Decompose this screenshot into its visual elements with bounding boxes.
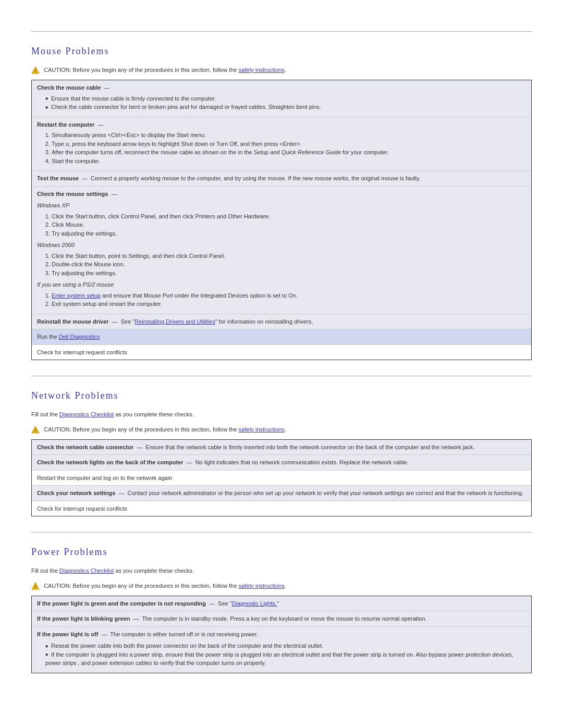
reinstall-driver-text: See "Reinstalling Drivers and Utilities"… bbox=[121, 318, 313, 325]
network-problems-title: Network Problems bbox=[31, 389, 532, 403]
power-light-off-row: If the power light is off — The computer… bbox=[32, 627, 531, 673]
test-mouse-row: Test the mouse — Connect a properly work… bbox=[32, 171, 531, 187]
check-network-settings-label: Check your network settings bbox=[37, 490, 115, 496]
power-table: If the power light is green and the comp… bbox=[31, 596, 532, 673]
top-divider bbox=[31, 31, 532, 32]
svg-text:!: ! bbox=[35, 68, 36, 73]
windows-xp-label: Windows XP bbox=[37, 201, 526, 210]
reinstall-driver-label: Reinstall the mouse driver bbox=[37, 318, 109, 325]
check-network-settings-row: Check your network settings — Contact yo… bbox=[32, 486, 531, 501]
restart-step-4: Start the computer. bbox=[52, 157, 526, 166]
wxp-step-1: Click the Start button, click Control Pa… bbox=[52, 212, 526, 221]
power-safety-link[interactable]: safety instructions bbox=[239, 583, 285, 589]
ps2-step-2: Exit system setup and restart the comput… bbox=[52, 300, 526, 309]
run-dell-diagnostics-row[interactable]: Run the Dell Diagnostics bbox=[32, 329, 531, 345]
restart-step-2: Type u, press the keyboard arrow keys to… bbox=[52, 140, 526, 149]
power-caution: ! CAUTION: Before you begin any of the p… bbox=[31, 582, 532, 590]
reinstall-mouse-driver-row: Reinstall the mouse driver — See "Reinst… bbox=[32, 314, 531, 330]
power-light-off-intro: The computer is either turned off or is … bbox=[110, 631, 258, 637]
windows-2000-list: Click the Start button, point to Setting… bbox=[52, 252, 526, 278]
restart-step-1: Simultaneously press <Ctrl><Esc> to disp… bbox=[52, 131, 526, 140]
check-interrupt-network-text: Check for interrupt request conflicts bbox=[37, 505, 127, 512]
mouse-safety-link[interactable]: safety instructions bbox=[239, 67, 285, 73]
w2k-step-1: Click the Start button, point to Setting… bbox=[52, 252, 526, 261]
power-bullet-1: Reseat the power cable into both the pow… bbox=[45, 641, 526, 650]
power-caution-icon: ! bbox=[31, 582, 40, 590]
power-light-green-row: If the power light is green and the comp… bbox=[32, 596, 531, 612]
mouse-caution-prefix: CAUTION: Before you begin any of the pro… bbox=[44, 67, 237, 73]
power-intro-prefix: Fill out the bbox=[31, 567, 58, 574]
power-light-blinking-text: The computer is in standby mode. Press a… bbox=[142, 615, 426, 622]
power-light-green-label: If the power light is green and the comp… bbox=[37, 600, 206, 607]
power-caution-prefix: CAUTION: Before you begin any of the pro… bbox=[44, 583, 237, 589]
power-diagnostics-checklist-link[interactable]: Diagnostics Checklist bbox=[59, 567, 114, 574]
power-problems-title: Power Problems bbox=[31, 545, 532, 559]
network-diagnostics-checklist-link[interactable]: Diagnostics Checklist bbox=[59, 411, 114, 417]
ps2-step-1: Enter system setup and ensure that Mouse… bbox=[52, 291, 526, 300]
mouse-cable-bullets: Ensure that the mouse cable is firmly co… bbox=[45, 94, 526, 112]
test-mouse-text: Connect a properly working mouse to the … bbox=[91, 175, 421, 181]
power-light-blinking-label: If the power light is blinking green bbox=[37, 615, 130, 622]
power-light-blinking-row: If the power light is blinking green — T… bbox=[32, 611, 531, 627]
wxp-step-2: Click Mouse. bbox=[52, 220, 526, 229]
check-interrupt-mouse-row: Check for interrupt request conflicts bbox=[32, 345, 531, 360]
check-network-lights-label: Check the network lights on the back of … bbox=[37, 459, 183, 465]
mouse-caution: ! CAUTION: Before you begin any of the p… bbox=[31, 66, 532, 75]
network-divider bbox=[31, 376, 532, 376]
network-caution-prefix: CAUTION: Before you begin any of the pro… bbox=[44, 426, 237, 433]
network-table: Check the network cable connector — Ensu… bbox=[31, 439, 532, 517]
check-interrupt-mouse-text: Check for interrupt request conflicts bbox=[37, 349, 127, 355]
check-interrupt-network-row: Check for interrupt request conflicts bbox=[32, 501, 531, 516]
diagnostic-lights-link[interactable]: Diagnostic Lights. bbox=[232, 600, 277, 607]
svg-text:!: ! bbox=[35, 584, 36, 589]
mouse-table: Check the mouse cable — Ensure that the … bbox=[31, 80, 532, 360]
ps2-label: If you are using a PS/2 mouse bbox=[37, 280, 526, 289]
restart-computer-list: Simultaneously press <Ctrl><Esc> to disp… bbox=[52, 131, 526, 165]
windows-2000-label: Windows 2000 bbox=[37, 241, 526, 250]
restart-network-text: Restart the computer and log on to the n… bbox=[37, 475, 172, 481]
mouse-cable-bullet-1: Ensure that the mouse cable is firmly co… bbox=[45, 94, 526, 103]
enter-system-setup-link[interactable]: Enter system setup bbox=[52, 292, 101, 299]
check-mouse-settings-label: Check the mouse settings bbox=[37, 191, 108, 197]
dell-diagnostics-link[interactable]: Dell Diagnostics bbox=[59, 334, 100, 340]
caution-icon: ! bbox=[31, 66, 40, 75]
check-network-cable-text: Ensure that the network cable is firmly … bbox=[145, 444, 474, 450]
check-network-settings-text: Contact your network administrator or th… bbox=[128, 490, 523, 496]
run-dell-diagnostics-prefix: Run the bbox=[37, 334, 59, 340]
w2k-step-3: Try adjusting the settings. bbox=[52, 269, 526, 278]
check-network-lights-text: No light indicates that no network commu… bbox=[195, 459, 409, 465]
reinstalling-drivers-link[interactable]: Reinstalling Drivers and Utilities bbox=[134, 318, 215, 325]
mouse-cable-bullet-2: Check the cable connector for bent or br… bbox=[45, 103, 526, 112]
restart-computer-label: Restart the computer bbox=[37, 121, 95, 128]
ps2-list: Enter system setup and ensure that Mouse… bbox=[52, 291, 526, 309]
restart-computer-row: Restart the computer — Simultaneously pr… bbox=[32, 117, 531, 171]
wxp-step-3: Try adjusting the settings. bbox=[52, 229, 526, 238]
power-light-off-bullets: Reseat the power cable into both the pow… bbox=[45, 641, 526, 668]
mouse-settings-content: Windows XP Click the Start button, click… bbox=[37, 201, 526, 309]
check-mouse-cable-row: Check the mouse cable — Ensure that the … bbox=[32, 80, 531, 117]
check-network-cable-row: Check the network cable connector — Ensu… bbox=[32, 440, 531, 455]
windows-xp-list: Click the Start button, click Control Pa… bbox=[52, 212, 526, 238]
power-intro: Fill out the Diagnostics Checklist as yo… bbox=[31, 566, 532, 575]
power-light-off-label: If the power light is off bbox=[37, 631, 98, 637]
network-intro-suffix: as you complete these checks. bbox=[115, 411, 193, 417]
svg-text:!: ! bbox=[35, 428, 36, 433]
power-light-green-text: See "Diagnostic Lights." bbox=[218, 600, 279, 607]
restart-step-3: After the computer turns off, reconnect … bbox=[52, 148, 526, 157]
check-mouse-cable-label: Check the mouse cable bbox=[37, 84, 101, 91]
network-intro: Fill out the Diagnostics Checklist as yo… bbox=[31, 410, 532, 419]
check-mouse-settings-row: Check the mouse settings — Windows XP Cl… bbox=[32, 187, 531, 314]
network-caution: ! CAUTION: Before you begin any of the p… bbox=[31, 425, 532, 434]
check-network-lights-row: Check the network lights on the back of … bbox=[32, 455, 531, 471]
mouse-problems-title: Mouse Problems bbox=[31, 44, 532, 58]
power-divider bbox=[31, 532, 532, 533]
network-problems-section: Network Problems Fill out the Diagnostic… bbox=[31, 376, 532, 516]
mouse-problems-section: Mouse Problems ! CAUTION: Before you beg… bbox=[31, 31, 532, 360]
power-bullet-2: If the computer is plugged into a power … bbox=[45, 650, 526, 668]
check-network-cable-label: Check the network cable connector bbox=[37, 444, 133, 450]
power-intro-suffix: as you complete these checks. bbox=[115, 567, 193, 574]
network-safety-link[interactable]: safety instructions bbox=[239, 426, 285, 433]
w2k-step-2: Double-click the Mouse icon. bbox=[52, 260, 526, 269]
test-mouse-label: Test the mouse bbox=[37, 175, 79, 181]
power-problems-section: Power Problems Fill out the Diagnostics … bbox=[31, 532, 532, 673]
